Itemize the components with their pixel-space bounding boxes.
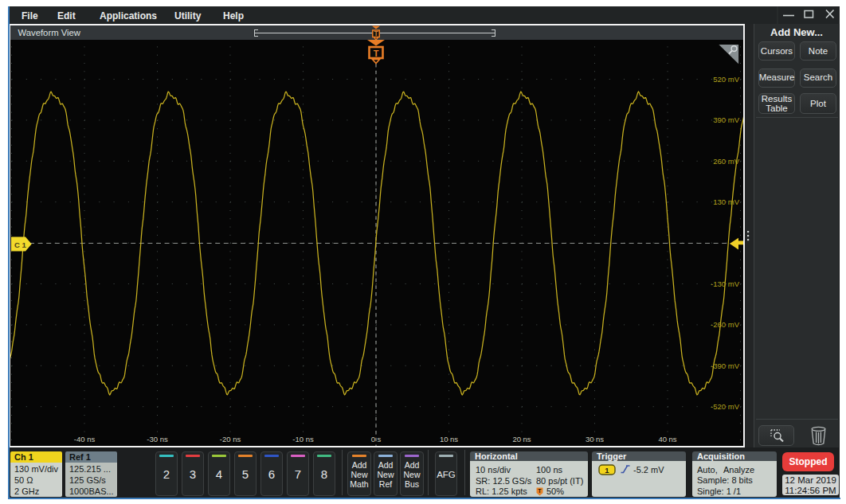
svg-text:0 s: 0 s [371, 435, 382, 443]
svg-text:520 mV: 520 mV [713, 75, 739, 84]
svg-text:260 mV: 260 mV [713, 156, 739, 165]
svg-text:-40 ns: -40 ns [74, 435, 96, 443]
svg-text:-390 mV: -390 mV [711, 361, 740, 369]
svg-text:C 1: C 1 [14, 240, 27, 248]
svg-text:390 mV: 390 mV [713, 115, 739, 124]
svg-text:-520 mV: -520 mV [711, 402, 740, 411]
svg-text:T: T [538, 488, 542, 494]
svg-text:10 ns: 10 ns [440, 435, 458, 443]
svg-text:-30 ns: -30 ns [147, 435, 168, 443]
svg-text:T: T [374, 29, 378, 37]
svg-text:40 ns: 40 ns [658, 435, 676, 443]
svg-text:-130 mV: -130 mV [711, 279, 740, 288]
svg-text:-10 ns: -10 ns [292, 435, 314, 443]
svg-text:130 mV: 130 mV [713, 197, 739, 206]
svg-text:30 ns: 30 ns [586, 435, 604, 443]
svg-text:1: 1 [605, 466, 609, 475]
svg-text:-20 ns: -20 ns [220, 435, 241, 443]
svg-text:20 ns: 20 ns [512, 435, 531, 443]
svg-text:T: T [374, 48, 379, 57]
svg-text:-260 mV: -260 mV [711, 320, 740, 329]
